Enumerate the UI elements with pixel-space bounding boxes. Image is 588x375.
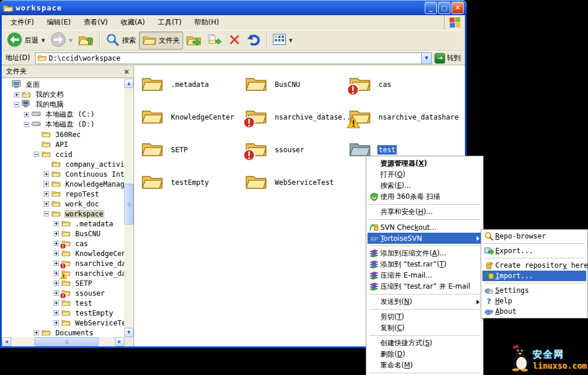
menu-item[interactable]: 重命名(M): [368, 360, 482, 371]
undo-button[interactable]: [244, 31, 264, 50]
copy-to-button[interactable]: [204, 31, 225, 50]
file-tile[interactable]: ssouser: [245, 139, 345, 166]
menubar-item[interactable]: 编辑(E): [40, 16, 77, 29]
delete-button[interactable]: [225, 31, 244, 50]
menu-item[interactable]: Import...: [482, 271, 586, 281]
tree-item-label[interactable]: 360Rec: [54, 131, 82, 139]
minimize-button[interactable]: _: [425, 2, 437, 14]
file-name[interactable]: cas: [377, 80, 393, 89]
scroll-down-icon[interactable]: ▼: [124, 328, 134, 337]
menu-item[interactable]: 发送到(N): [368, 296, 482, 307]
search-button[interactable]: 搜索: [103, 31, 139, 50]
menu-item[interactable]: 复制(C): [368, 323, 482, 334]
tree-item-label[interactable]: .metadata: [74, 220, 114, 228]
tree-item-label[interactable]: cas: [74, 240, 89, 248]
file-tile[interactable]: nsarchive_datase...: [245, 106, 345, 133]
address-input[interactable]: D:\ccid\workspace ▼: [35, 52, 432, 64]
tree-item[interactable]: 本地磁盘 (D:): [2, 120, 124, 129]
tree-horizontal-scrollbar[interactable]: ◀ ▶: [2, 337, 124, 346]
tree-item-label[interactable]: testEmpty: [74, 309, 114, 317]
menu-item[interactable]: Settings: [482, 285, 586, 296]
tree-expand-icon[interactable]: [54, 290, 59, 296]
file-name[interactable]: .metadata: [170, 80, 210, 89]
tree-item[interactable]: test: [2, 298, 124, 308]
file-tile[interactable]: KnowledgeCenter: [141, 106, 242, 133]
scroll-right-icon[interactable]: ▶: [115, 337, 124, 346]
file-name[interactable]: KnowledgeCenter: [170, 113, 235, 122]
back-button[interactable]: 后退 ▼: [4, 31, 48, 50]
tree-item[interactable]: BusCNU: [2, 229, 124, 239]
menu-item[interactable]: 资源管理器(X): [368, 157, 482, 169]
maximize-button[interactable]: □: [438, 2, 450, 14]
menu-item[interactable]: 共享和安全(H)...: [368, 206, 482, 218]
titlebar[interactable]: workspace _ □ ✕: [0, 0, 467, 15]
go-button[interactable]: → 转到: [435, 53, 463, 64]
menu-item[interactable]: Create repository here: [482, 260, 586, 271]
tree-item-label[interactable]: workspace: [64, 210, 104, 218]
tree-item-label[interactable]: test: [74, 299, 93, 307]
tree-expand-icon[interactable]: [44, 171, 49, 177]
tree-item[interactable]: work_doc: [2, 199, 124, 209]
forward-button[interactable]: ▼: [48, 31, 75, 50]
tree-expand-icon[interactable]: [54, 271, 59, 276]
address-dropdown-icon[interactable]: ▼: [421, 53, 431, 64]
tree-item[interactable]: ccid: [2, 149, 124, 159]
menubar-item[interactable]: 工具(T): [151, 16, 188, 29]
tree-item-label[interactable]: KnowledgeManageSy: [64, 180, 124, 188]
menu-item[interactable]: 搜索(E)...: [368, 180, 482, 191]
tree-expand-icon[interactable]: [54, 281, 59, 286]
menu-item[interactable]: 剪切(T): [368, 311, 482, 323]
menubar-item[interactable]: 查看(V): [77, 16, 114, 29]
tree-item-label[interactable]: nsarchive_data: [74, 260, 124, 268]
tree-expand-icon[interactable]: [34, 330, 39, 335]
file-name[interactable]: WebServiceTest: [274, 178, 335, 187]
tree-expand-icon[interactable]: [44, 201, 49, 206]
tree-collapse-icon[interactable]: [44, 211, 49, 216]
forward-dropdown-icon[interactable]: ▼: [69, 38, 72, 43]
file-name[interactable]: ssouser: [274, 145, 306, 155]
tree-item-label[interactable]: company_activitie: [64, 160, 124, 169]
tree-collapse-icon[interactable]: [24, 122, 29, 127]
file-name[interactable]: nsarchive_datashare: [377, 113, 460, 122]
menu-item[interactable]: 添加到 “test.rar”(T): [368, 259, 482, 270]
tree-item-label[interactable]: work_doc: [64, 200, 100, 208]
file-tile[interactable]: testEmpty: [141, 171, 242, 198]
menu-item[interactable]: TortoiseSVN: [368, 233, 482, 244]
scroll-up-icon[interactable]: ▲: [124, 79, 134, 88]
file-name[interactable]: testEmpty: [170, 178, 210, 187]
tree-item[interactable]: KnowledgeManageSy: [2, 179, 124, 189]
tree-item-label[interactable]: Continuous Integr: [64, 170, 124, 178]
sidebar-close-icon[interactable]: ×: [124, 68, 130, 76]
tree-item-label[interactable]: 本地磁盘 (C:): [44, 110, 96, 120]
tree-collapse-icon[interactable]: [34, 152, 39, 157]
tree-expand-icon[interactable]: [44, 181, 49, 187]
tree-expand-icon[interactable]: [54, 310, 59, 316]
tree-item-label[interactable]: KnowledgeCente: [74, 250, 124, 258]
menubar-item[interactable]: 收藏(A): [114, 16, 152, 29]
file-name[interactable]: BusCNU: [274, 80, 301, 89]
tree-item[interactable]: WebServiceTest: [2, 318, 124, 328]
tree-expand-icon[interactable]: [54, 251, 59, 256]
tree-expand-icon[interactable]: [54, 231, 59, 236]
file-tile[interactable]: .metadata: [141, 73, 242, 100]
menu-item[interactable]: 压缩到 “test.rar” 并 E-mail: [368, 281, 482, 292]
views-button[interactable]: ▼: [270, 31, 295, 50]
menu-item[interactable]: 打开(O): [368, 169, 482, 180]
tree-expand-icon[interactable]: [24, 112, 29, 117]
tree-item[interactable]: cas: [2, 239, 124, 248]
tree-item-label[interactable]: WebServiceTest: [74, 319, 124, 327]
tree-item-label[interactable]: 本地磁盘 (D:): [44, 120, 96, 129]
tree-collapse-icon[interactable]: [14, 102, 19, 107]
tree-item-label[interactable]: API: [54, 141, 69, 149]
file-tile[interactable]: cas: [349, 73, 449, 100]
menu-item[interactable]: 创建快捷方式(S): [368, 338, 482, 349]
file-tile[interactable]: BusCNU: [245, 73, 345, 100]
tree-item[interactable]: SETP: [2, 278, 124, 288]
tree-item[interactable]: company_activitie: [2, 159, 124, 169]
menu-item[interactable]: Repo-browser: [482, 231, 586, 241]
tree-item[interactable]: 360Rec: [2, 129, 124, 139]
menubar-item[interactable]: 帮助(H): [188, 16, 225, 29]
tree-item-label[interactable]: nsarchive_data: [74, 269, 124, 278]
menu-item[interactable]: 添加到压缩文件(A)...: [368, 248, 482, 259]
tree-vertical-scrollbar[interactable]: ▲ ▼: [124, 79, 134, 337]
